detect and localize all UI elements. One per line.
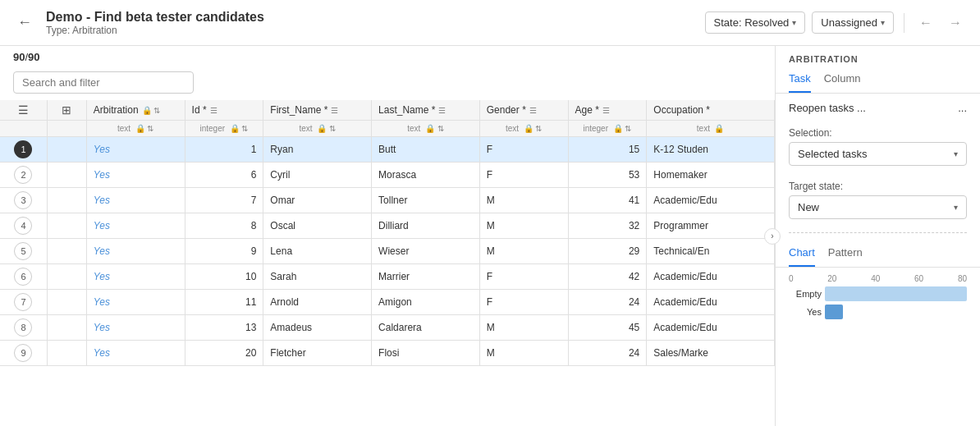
target-state-caret-icon: ▾ <box>954 203 958 212</box>
table-row[interactable]: 1 Yes 1 Ryan Butt F 15 K-12 Studen <box>0 137 775 163</box>
table-row[interactable]: 6 Yes 10 Sarah Marrier F 42 Academic/Edu <box>0 264 775 290</box>
table-row[interactable]: 3 Yes 7 Omar Tollner M 41 Academic/Edu <box>0 188 775 213</box>
row-number: 4 <box>0 213 47 239</box>
cell-gender: F <box>479 163 568 188</box>
cell-arbitration: Yes <box>86 137 185 163</box>
th-id: Id * ☰ <box>185 100 263 121</box>
left-panel: 90/90 ☰ ⊞ Arbitration <box>0 46 775 426</box>
assignee-dropdown[interactable]: Unassigned ▾ <box>812 11 894 34</box>
target-state-dropdown[interactable]: New ▾ <box>789 195 967 219</box>
cell-occupation: K-12 Studen <box>647 137 775 163</box>
cell-arbitration: Yes <box>86 341 185 366</box>
cell-first-name: Lena <box>263 239 372 264</box>
cell-first-name: Cyril <box>263 163 372 188</box>
panel-divider <box>789 232 967 233</box>
collapse-panel-button[interactable]: › <box>764 228 781 245</box>
record-count: 90/90 <box>0 46 775 68</box>
bar-fill <box>825 305 843 319</box>
state-label: State: Resolved <box>714 16 790 29</box>
cell-arbitration: Yes <box>86 188 185 213</box>
th-sub-age: integer 🔒 ⇅ <box>568 121 647 137</box>
table-row[interactable]: 7 Yes 11 Arnold Amigon F 24 Academic/Edu <box>0 290 775 315</box>
th-sub-check <box>47 121 86 137</box>
cell-id: 7 <box>185 188 263 213</box>
cell-arbitration: Yes <box>86 163 185 188</box>
tab-pattern[interactable]: Pattern <box>828 243 863 267</box>
cell-age: 41 <box>568 188 647 213</box>
bar-track <box>825 305 967 319</box>
table-row[interactable]: 4 Yes 8 Oscal Dilliard M 32 Programmer <box>0 213 775 239</box>
state-dropdown[interactable]: State: Resolved ▾ <box>705 11 806 34</box>
cell-last-name: Butt <box>372 137 480 163</box>
reopen-tasks-link[interactable]: Reopen tasks ... ... <box>776 94 980 122</box>
row-number: 1 <box>0 137 47 163</box>
back-button[interactable]: ← <box>13 11 36 34</box>
th-sub-gender: text 🔒 ⇅ <box>479 121 568 137</box>
cell-occupation: Academic/Edu <box>647 315 775 341</box>
cell-age: 15 <box>568 137 647 163</box>
target-state-value: New <box>798 201 819 213</box>
chart-bar-row: Yes <box>789 305 967 319</box>
bar-label: Yes <box>789 307 822 317</box>
cell-gender: M <box>479 188 568 213</box>
cell-id: 13 <box>185 315 263 341</box>
cell-first-name: Ryan <box>263 137 372 163</box>
th-sub-first: text 🔒 ⇅ <box>263 121 372 137</box>
cell-occupation: Homemaker <box>647 163 775 188</box>
tab-column[interactable]: Column <box>824 69 861 93</box>
cell-arbitration: Yes <box>86 315 185 341</box>
cell-arbitration: Yes <box>86 290 185 315</box>
cell-occupation: Academic/Edu <box>647 290 775 315</box>
th-sub-occupation: text 🔒 <box>647 121 775 137</box>
cell-first-name: Oscal <box>263 213 372 239</box>
chart-area: 0 20 40 60 80 Empty Yes <box>776 268 980 426</box>
cell-id: 10 <box>185 264 263 290</box>
table-row[interactable]: 5 Yes 9 Lena Wieser M 29 Technical/En <box>0 239 775 264</box>
state-caret: ▾ <box>792 18 796 27</box>
row-checkbox-cell <box>47 239 86 264</box>
row-checkbox-cell <box>47 163 86 188</box>
menu-icon[interactable]: ☰ <box>18 103 29 117</box>
row-number: 8 <box>0 315 47 341</box>
bar-fill <box>825 286 967 301</box>
data-table-container: ☰ ⊞ Arbitration 🔒 ⇅ <box>0 100 775 426</box>
page-title-area: Demo - Find beta tester candidates Type:… <box>46 10 705 36</box>
chart-bar-row: Empty <box>789 286 967 301</box>
grid-icon[interactable]: ⊞ <box>62 103 71 117</box>
cell-id: 11 <box>185 290 263 315</box>
table-row[interactable]: 2 Yes 6 Cyril Morasca F 53 Homemaker <box>0 163 775 188</box>
table-row[interactable]: 8 Yes 13 Amadeus Caldarera M 45 Academic… <box>0 315 775 341</box>
cell-gender: F <box>479 137 568 163</box>
nav-next-button[interactable]: → <box>944 11 967 34</box>
app-header: ← Demo - Find beta tester candidates Typ… <box>0 0 980 46</box>
cell-occupation: Technical/En <box>647 239 775 264</box>
row-checkbox-cell <box>47 290 86 315</box>
cell-first-name: Arnold <box>263 290 372 315</box>
cell-age: 53 <box>568 163 647 188</box>
th-gender: Gender * ☰ <box>479 100 568 121</box>
cell-gender: M <box>479 239 568 264</box>
page-subtitle: Type: Arbitration <box>46 25 705 36</box>
table-row[interactable]: 9 Yes 20 Fletcher Flosi M 24 Sales/Marke <box>0 341 775 366</box>
row-number: 3 <box>0 188 47 213</box>
main-area: 90/90 ☰ ⊞ Arbitration <box>0 46 980 426</box>
arbitration-section-title: ARBITRATION <box>776 46 980 64</box>
tab-task[interactable]: Task <box>789 69 811 93</box>
assignee-caret: ▾ <box>881 18 885 27</box>
row-checkbox-cell <box>47 213 86 239</box>
cell-last-name: Marrier <box>372 264 480 290</box>
cell-id: 6 <box>185 163 263 188</box>
th-sub-id: integer 🔒 ⇅ <box>185 121 263 137</box>
data-table: ☰ ⊞ Arbitration 🔒 ⇅ <box>0 100 775 366</box>
selection-dropdown[interactable]: Selected tasks ▾ <box>789 142 967 166</box>
cell-gender: F <box>479 290 568 315</box>
reopen-caret-icon: ... <box>958 102 967 114</box>
cell-last-name: Morasca <box>372 163 480 188</box>
cell-occupation: Sales/Marke <box>647 341 775 366</box>
tab-chart[interactable]: Chart <box>789 243 815 267</box>
nav-prev-button[interactable]: ← <box>914 11 937 34</box>
bar-label: Empty <box>789 289 822 299</box>
page-title: Demo - Find beta tester candidates <box>46 10 705 25</box>
cell-occupation: Academic/Edu <box>647 188 775 213</box>
search-input[interactable] <box>13 71 194 94</box>
